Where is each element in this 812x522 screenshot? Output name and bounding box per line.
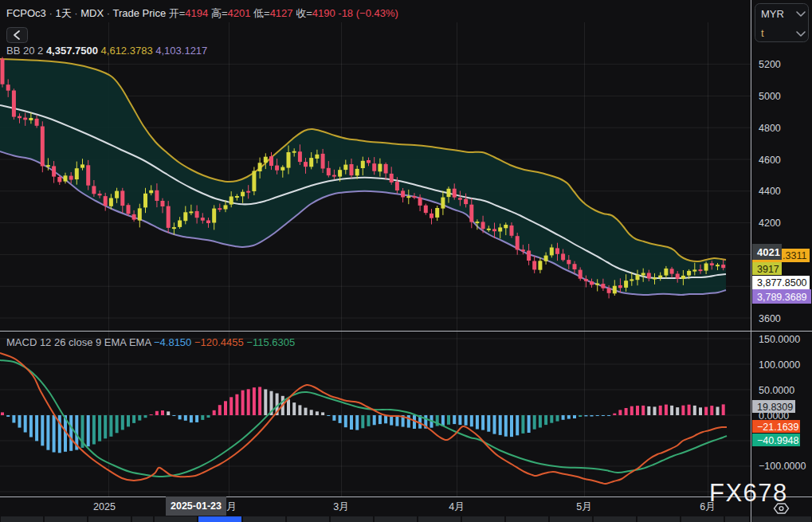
svg-text:4400: 4400	[759, 186, 781, 197]
svg-text:3月: 3月	[333, 501, 348, 512]
svg-text:3,877.8500: 3,877.8500	[757, 277, 807, 288]
svg-text:4021: 4021	[757, 246, 780, 258]
svg-text:19.8309: 19.8309	[757, 402, 793, 413]
svg-text:3917: 3917	[757, 264, 779, 275]
svg-text:2025: 2025	[93, 501, 116, 512]
svg-text:3,789.3689: 3,789.3689	[757, 292, 807, 303]
svg-text:FCPOc3 · 1天 · MDX · Trade Pric: FCPOc3 · 1天 · MDX · Trade Price 开=4194 高…	[6, 7, 398, 19]
svg-text:−40.9948: −40.9948	[757, 435, 799, 446]
svg-text:5月: 5月	[576, 501, 591, 512]
svg-text:5000: 5000	[759, 91, 781, 102]
svg-text:t: t	[761, 27, 764, 39]
svg-text:100.0000: 100.0000	[759, 359, 800, 371]
svg-text:4800: 4800	[759, 123, 781, 134]
svg-text:.3311: .3311	[783, 250, 806, 261]
svg-text:5200: 5200	[759, 59, 781, 70]
svg-text:−21.1639: −21.1639	[757, 422, 799, 433]
svg-text:MACD 12 26 close 9 EMA EMA −4.: MACD 12 26 close 9 EMA EMA −4.8150 −120.…	[6, 336, 295, 348]
svg-text:150.0000: 150.0000	[759, 334, 800, 345]
svg-text:4600: 4600	[759, 155, 781, 166]
svg-text:−100.0000: −100.0000	[759, 461, 806, 472]
svg-text:FX678: FX678	[709, 479, 788, 507]
svg-text:BB 20 2 4,357.7500 4,612.3783: BB 20 2 4,357.7500 4,612.3783 4,103.1217	[6, 45, 207, 57]
svg-text:4200: 4200	[759, 218, 781, 229]
svg-text:4月: 4月	[449, 501, 464, 512]
svg-text:50.0000: 50.0000	[759, 385, 794, 396]
svg-text:2025-01-23: 2025-01-23	[171, 500, 222, 512]
svg-text:MYR: MYR	[761, 8, 784, 20]
svg-text:3600: 3600	[759, 313, 781, 324]
